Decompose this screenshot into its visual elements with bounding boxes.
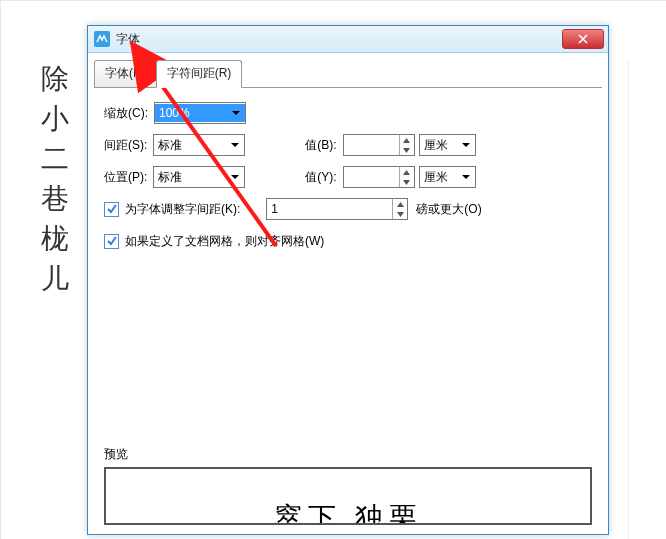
value-y-label: 值(Y): [305,169,336,186]
tab-font-label: 字体(N) [105,66,146,80]
kerning-spinner[interactable] [266,198,408,220]
tab-char-spacing-label: 字符间距(R) [167,66,232,80]
close-button[interactable] [562,29,604,49]
scale-label: 缩放(C): [104,105,148,122]
kerning-checkbox[interactable] [104,202,119,217]
kerning-suffix: 磅或更大(O) [416,201,481,218]
chevron-down-icon[interactable] [228,137,242,153]
scale-combo[interactable] [154,102,246,124]
spacing-combo[interactable] [153,134,245,156]
kerning-input[interactable] [267,200,407,218]
value-y-unit[interactable] [419,166,476,188]
spin-down-icon[interactable] [400,177,414,187]
font-dialog: 字体 字体(N) 字符间距(R) 缩放(C): 间距(S): [87,25,609,535]
preview-label: 预览 [104,446,592,463]
value-b-label: 值(B): [305,137,336,154]
titlebar[interactable]: 字体 [88,26,608,53]
kerning-label: 为字体调整字间距(K): [125,201,240,218]
tab-font[interactable]: 字体(N) [94,60,157,87]
preview-box: 窣下 独栗 [104,467,592,525]
value-y-spinner[interactable] [343,166,415,188]
snapgrid-checkbox[interactable] [104,234,119,249]
spin-up-icon[interactable] [400,167,414,177]
chevron-down-icon[interactable] [228,169,242,185]
spacing-label: 间距(S): [104,137,147,154]
spin-up-icon[interactable] [400,135,414,145]
position-combo[interactable] [153,166,245,188]
snapgrid-label: 如果定义了文档网格，则对齐网格(W) [125,233,324,250]
document-right-margin [628,61,666,539]
spin-up-icon[interactable] [393,199,407,209]
dialog-body: 缩放(C): 间距(S): 值(B): [88,88,608,276]
preview-section: 预览 窣下 独栗 [104,446,592,525]
chevron-down-icon[interactable] [459,169,473,185]
window-title: 字体 [116,31,140,48]
preview-sample: 窣下 独栗 [274,499,423,525]
value-b-spinner[interactable] [343,134,415,156]
tab-strip: 字体(N) 字符间距(R) [88,53,608,87]
spin-down-icon[interactable] [393,209,407,219]
document-background-text: 除 小 二 巷 栊 儿 [41,59,69,299]
chevron-down-icon[interactable] [229,105,243,121]
position-label: 位置(P): [104,169,147,186]
value-b-unit[interactable] [419,134,476,156]
chevron-down-icon[interactable] [459,137,473,153]
app-icon [94,31,110,47]
tab-char-spacing[interactable]: 字符间距(R) [156,60,243,88]
spin-down-icon[interactable] [400,145,414,155]
